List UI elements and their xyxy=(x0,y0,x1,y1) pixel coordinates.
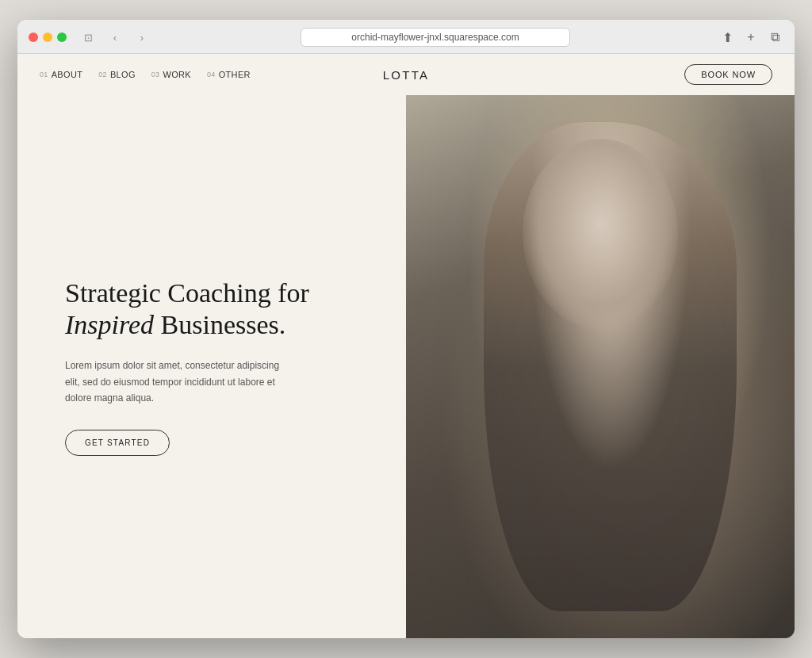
nav-item-other[interactable]: 04 OTHER xyxy=(207,70,251,79)
hero-title-line1: Strategic Coaching for xyxy=(65,278,309,308)
nav-item-about[interactable]: 01 ABOUT xyxy=(40,70,82,79)
nav-item-work[interactable]: 03 WORK xyxy=(151,70,191,79)
minimize-button[interactable] xyxy=(43,33,52,42)
hero-title-line2: Businesses. xyxy=(154,310,285,339)
new-tab-icon[interactable]: + xyxy=(742,29,760,46)
nav-num-work: 03 xyxy=(151,71,160,78)
hero-photo xyxy=(406,95,795,638)
nav-label-work: WORK xyxy=(163,70,191,79)
nav-label-other: OTHER xyxy=(219,70,251,79)
copy-tab-icon[interactable]: ⧉ xyxy=(766,29,783,46)
nav-num-about: 01 xyxy=(40,71,48,78)
nav-label-about: ABOUT xyxy=(52,70,83,79)
nav-label-blog: BLOG xyxy=(110,70,136,79)
traffic-lights xyxy=(29,33,67,42)
forward-icon[interactable]: › xyxy=(132,29,152,45)
hero-section: Strategic Coaching for Inspired Business… xyxy=(17,95,795,638)
hero-description: Lorem ipsum dolor sit amet, consectetur … xyxy=(65,358,287,406)
nav-num-other: 04 xyxy=(207,71,216,78)
nav-num-blog: 02 xyxy=(98,71,107,78)
sidebar-toggle-icon[interactable]: ⊡ xyxy=(78,29,98,45)
browser-actions: ⬆ + ⧉ xyxy=(718,29,783,46)
nav-left: 01 ABOUT 02 BLOG 03 WORK 04 OTHER xyxy=(40,70,251,79)
hero-left-panel: Strategic Coaching for Inspired Business… xyxy=(17,95,406,638)
close-button[interactable] xyxy=(29,33,38,42)
nav: 01 ABOUT 02 BLOG 03 WORK 04 OTHER LOTTA xyxy=(17,54,795,95)
back-icon[interactable]: ‹ xyxy=(105,29,125,45)
hero-title: Strategic Coaching for Inspired Business… xyxy=(65,277,366,342)
brand-name[interactable]: LOTTA xyxy=(383,68,429,82)
nav-item-blog[interactable]: 02 BLOG xyxy=(98,70,136,79)
website: 01 ABOUT 02 BLOG 03 WORK 04 OTHER LOTTA xyxy=(17,54,795,638)
nav-right: BOOK NOW xyxy=(684,64,772,85)
get-started-button[interactable]: GET STARTED xyxy=(65,430,170,456)
browser-controls: ⊡ ‹ › xyxy=(78,29,152,45)
browser-chrome: ⊡ ‹ › orchid-mayflower-jnxl.squarespace.… xyxy=(17,20,795,54)
address-bar-container: orchid-mayflower-jnxl.squarespace.com xyxy=(160,28,710,47)
maximize-button[interactable] xyxy=(57,33,67,42)
share-icon[interactable]: ⬆ xyxy=(718,29,736,46)
browser-window: ⊡ ‹ › orchid-mayflower-jnxl.squarespace.… xyxy=(17,20,795,638)
book-now-button[interactable]: BOOK NOW xyxy=(684,64,772,85)
hero-title-italic: Inspired xyxy=(65,310,154,339)
hero-right-panel xyxy=(406,95,795,638)
address-bar[interactable]: orchid-mayflower-jnxl.squarespace.com xyxy=(301,28,570,47)
